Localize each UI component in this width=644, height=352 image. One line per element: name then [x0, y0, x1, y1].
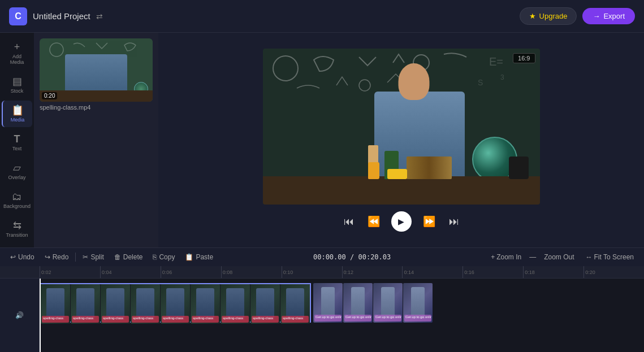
frame-person — [46, 288, 64, 320]
export-button[interactable]: → Export — [582, 8, 635, 24]
pencil-cup — [368, 162, 379, 179]
toolbar-separator-1 — [75, 253, 76, 262]
sidebar-item-media[interactable]: 📋 Media — [2, 101, 32, 127]
clip-frame-4: spelling-class — [131, 284, 160, 324]
play-button[interactable]: ▶ — [391, 211, 412, 232]
copy-label: Copy — [159, 253, 175, 261]
clip-frame-10: Get up to go online Digital — [313, 283, 343, 323]
fit-to-screen-button[interactable]: ↔ Fit To Screen — [582, 252, 637, 262]
timeline-ruler: 0:02 0:04 0:06 0:08 0:10 0:12 0:14 0:16 … — [0, 266, 644, 279]
video-content: E= S 3 — [263, 49, 540, 205]
rewind-button[interactable]: ⏪ — [365, 213, 382, 230]
zoom-out-button[interactable]: Zoom Out — [541, 252, 577, 262]
frame-person — [106, 288, 124, 320]
duration-badge: 0:20 — [42, 92, 57, 99]
fit-label: Fit To Screen — [594, 253, 634, 261]
media-thumbnail[interactable]: 0:20 spelling-class.mp4 — [40, 38, 153, 111]
sidebar-item-overlay[interactable]: ▱ Overlay — [2, 158, 32, 185]
video-books — [407, 157, 452, 179]
ruler-mark-4: 0:10 — [282, 266, 342, 279]
clip-frame-7: spelling-class — [221, 284, 250, 324]
clip-frame-13: Get up to go online Digital — [403, 283, 433, 323]
skip-forward-button[interactable]: ⏭ — [447, 214, 461, 230]
caption-overlay: spelling-class — [72, 316, 99, 323]
frame-person — [196, 288, 214, 320]
redo-label: Redo — [53, 253, 69, 261]
clip-frame-6: spelling-class — [191, 284, 220, 324]
copy-icon: ⎘ — [153, 253, 157, 261]
paste-button[interactable]: 📋 Paste — [181, 251, 217, 263]
sidebar-item-text[interactable]: T Text — [2, 129, 32, 156]
sidebar-item-label: Add Media — [5, 54, 29, 65]
ruler-marks: 0:02 0:04 0:06 0:08 0:10 0:12 0:14 0:16 … — [40, 266, 644, 279]
text-icon: T — [14, 134, 20, 144]
clip-frame-5: spelling-class — [161, 284, 190, 324]
stock-icon: ▤ — [12, 76, 22, 86]
person-head — [398, 63, 429, 100]
caption-overlay: spelling-class — [42, 316, 69, 323]
video-desk — [263, 176, 540, 205]
fit-icon: ↔ — [586, 253, 593, 261]
upgrade-button[interactable]: ★ Upgrade — [520, 7, 577, 25]
ruler-mark-3: 0:08 — [221, 266, 282, 279]
zoom-controls: + Zoom In — Zoom Out ↔ Fit To Screen — [487, 252, 637, 262]
header-left: C Untitled Project ⇄ — [9, 7, 103, 25]
clip-frame-8: spelling-class — [250, 284, 280, 324]
clip-1[interactable]: spelling-class spelling-class spelling-c… — [40, 283, 311, 323]
caption-overlay: spelling-class — [132, 316, 159, 323]
media-filename: spelling-class.mp4 — [40, 104, 153, 111]
svg-text:E=: E= — [489, 55, 503, 68]
frame-person — [166, 288, 184, 320]
sidebar-item-add-media[interactable]: + Add Media — [2, 37, 32, 69]
clip-frame-12: Get up to go online Digital — [373, 283, 403, 323]
copy-button[interactable]: ⎘ Copy — [149, 251, 178, 263]
audio-icon: 🔊 — [15, 311, 24, 319]
caption-overlay: spelling-class — [222, 316, 249, 323]
ruler-mark-1: 0:04 — [100, 266, 161, 279]
zoom-out-label: Zoom Out — [544, 253, 574, 261]
transition-icon: ⇆ — [13, 220, 21, 231]
zoom-in-label: Zoom In — [496, 253, 521, 261]
upgrade-label: Upgrade — [539, 12, 568, 20]
sidebar-item-label: Transition — [6, 232, 28, 238]
skip-back-button[interactable]: ⏮ — [342, 214, 356, 230]
header-right: ★ Upgrade → Export — [520, 7, 635, 25]
frame-person-2 — [351, 287, 364, 319]
ruler-mark-7: 0:16 — [463, 266, 523, 279]
current-time: 00:00.00 — [313, 253, 346, 261]
caption-overlay: spelling-class — [162, 316, 189, 323]
playback-controls: ⏮ ⏪ ▶ ⏩ ⏭ — [342, 211, 461, 232]
caption-overlay: spelling-class — [252, 316, 279, 323]
timeline-content[interactable]: spelling-class spelling-class spelling-c… — [40, 279, 644, 352]
star-icon: ★ — [529, 12, 536, 20]
split-button[interactable]: ✂ Split — [79, 251, 107, 263]
redo-button[interactable]: ↪ Redo — [41, 251, 72, 263]
clip-frame-3: spelling-class — [101, 284, 130, 324]
ruler-mark-0: 0:02 — [40, 266, 100, 279]
video-clock — [509, 157, 529, 179]
timeline-toolbar: ↩ Undo ↪ Redo ✂ Split 🗑 Delete ⎘ Copy 📋 … — [0, 247, 644, 266]
media-icon: 📋 — [11, 105, 24, 115]
export-label: Export — [603, 12, 625, 20]
undo-button[interactable]: ↩ Undo — [7, 251, 38, 263]
video-track[interactable]: spelling-class spelling-class spelling-c… — [40, 281, 644, 320]
caption-overlay-2: Get up to go online Digital — [374, 315, 401, 321]
delete-button[interactable]: 🗑 Delete — [111, 251, 146, 263]
sidebar: + Add Media ▤ Stock 📋 Media T Text ▱ Ove… — [0, 33, 34, 247]
export-arrow-icon: → — [593, 12, 600, 20]
background-icon: 🗂 — [12, 192, 22, 202]
playhead[interactable] — [40, 279, 41, 352]
timeline-time-display: 00:00.00 / 00:20.03 — [220, 253, 484, 261]
fast-forward-button[interactable]: ⏩ — [421, 213, 438, 230]
caption-overlay: spelling-class — [192, 316, 219, 323]
frame-person-2 — [411, 287, 424, 319]
rename-icon[interactable]: ⇄ — [96, 12, 103, 21]
sidebar-item-transition[interactable]: ⇆ Transition — [2, 216, 32, 242]
clip-2[interactable]: Get up to go online Digital Get up to go… — [313, 283, 433, 323]
undo-label: Undo — [18, 253, 34, 261]
sidebar-item-background[interactable]: 🗂 Background — [2, 187, 32, 214]
zoom-in-button[interactable]: + Zoom In — [487, 252, 525, 262]
sidebar-item-stock[interactable]: ▤ Stock — [2, 72, 32, 98]
frame-person — [136, 288, 154, 320]
overlay-icon: ▱ — [13, 163, 21, 173]
